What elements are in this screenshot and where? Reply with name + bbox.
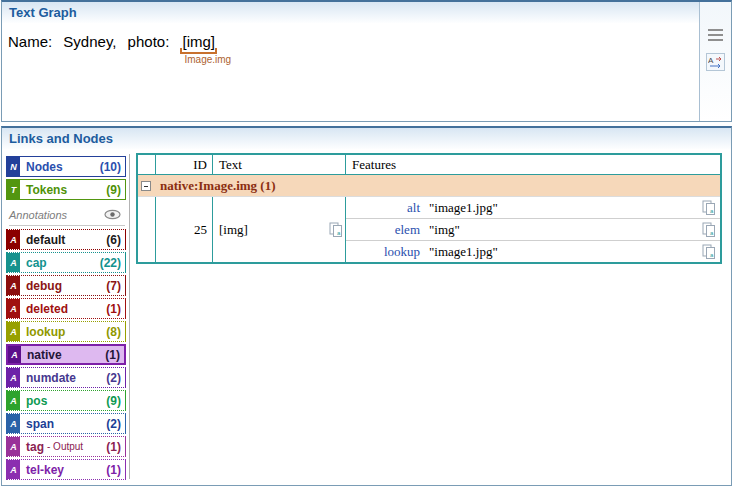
annotation-type-icon: T — [7, 180, 20, 199]
annotation-type-icon: A — [8, 346, 21, 363]
annotation-set-label: native — [27, 348, 62, 362]
annotation-set-item-cap[interactable]: A cap (22) — [6, 252, 126, 273]
annotation-set-item-pos[interactable]: A pos (9) — [6, 390, 126, 411]
annotation-set-count: (2) — [106, 371, 121, 385]
annotated-token-wrap: [img]Image.img — [180, 33, 217, 54]
feature-name: lookup — [346, 244, 420, 260]
features-column-header: Features — [346, 155, 720, 174]
text-column-header: Text — [213, 155, 346, 174]
feature-row: elem "img" a — [346, 219, 720, 241]
annotation-set-count: (2) — [106, 417, 121, 431]
annotation-set-count: (8) — [106, 325, 121, 339]
annotation-set-count: (1) — [106, 463, 121, 477]
collapse-icon[interactable] — [141, 181, 151, 191]
svg-text:A: A — [708, 56, 714, 65]
annotation-set-count: (22) — [100, 256, 121, 270]
annotation-set-count: (1) — [105, 348, 120, 362]
annotations-table: ID Text Features native:Image.img (1) 25… — [136, 153, 722, 264]
table-header-row: ID Text Features — [138, 155, 720, 175]
annotation-set-label: pos — [26, 394, 47, 408]
annotation-set-label: Nodes — [26, 160, 63, 174]
annotations-section-header: Annotations — [9, 206, 125, 226]
annotation-set-item-deleted[interactable]: A deleted (1) — [6, 298, 126, 319]
annotation-set-count: (6) — [106, 233, 121, 247]
annotation-set-list: A default (6) A cap (22) A debug (7) A d… — [6, 229, 126, 482]
annotation-type-icon: N — [7, 157, 20, 176]
annotation-set-item-span[interactable]: A span (2) — [6, 413, 126, 434]
annotation-set-item-numdate[interactable]: A numdate (2) — [6, 367, 126, 388]
annotation-set-item-Nodes[interactable]: N Nodes (10) — [6, 156, 126, 177]
annotation-type-icon: A — [7, 437, 20, 456]
sentence-prefix: Name: Sydney, photo: — [8, 33, 180, 50]
link-set-list: N Nodes (10) T Tokens (9) — [6, 156, 126, 202]
annotation-set-count: (10) — [100, 160, 121, 174]
annotation-set-label: numdate — [26, 371, 76, 385]
expand-column-header — [138, 155, 156, 174]
annotation-set-label: cap — [26, 256, 47, 270]
copy-feature-icon[interactable]: a — [702, 222, 716, 238]
row-expand-cell — [138, 197, 156, 262]
visibility-eye-icon[interactable] — [104, 209, 121, 220]
annotation-set-count: (9) — [106, 183, 121, 197]
feature-value: "image1.jpg" — [429, 244, 498, 260]
annotate-next-icon: A — [708, 55, 723, 69]
annotation-set-label: debug — [26, 279, 62, 293]
annotation-type-icon: A — [7, 368, 20, 387]
annotation-row[interactable]: 25 [img] a alt "image1.jpg" a — [138, 197, 720, 262]
feature-list: alt "image1.jpg" a elem "img" a lookup "… — [346, 197, 720, 262]
annotation-type-icon: A — [7, 299, 20, 318]
annotation-set-label: tel-key — [26, 463, 64, 477]
annotation-set-item-debug[interactable]: A debug (7) — [6, 275, 126, 296]
annotation-type-icon: A — [7, 322, 20, 341]
annotation-type-icon: A — [7, 460, 20, 479]
annotation-set-item-Tokens[interactable]: T Tokens (9) — [6, 179, 126, 200]
annotation-set-count: (7) — [106, 279, 121, 293]
features-cell: alt "image1.jpg" a elem "img" a lookup "… — [346, 197, 720, 262]
annotation-text-cell: [img] a — [213, 197, 346, 262]
copy-text-icon[interactable]: a — [329, 222, 343, 238]
annotation-set-item-tag[interactable]: A tag - Output (1) — [6, 436, 126, 457]
menu-icon[interactable] — [708, 29, 723, 41]
links-panel-title: Links and Nodes — [2, 128, 731, 149]
annotation-set-label: lookup — [26, 325, 65, 339]
annotation-type-label: Image.img — [184, 54, 231, 65]
document-text: Name: Sydney, photo: [img]Image.img — [8, 33, 217, 54]
links-and-nodes-panel: Links and Nodes N Nodes (10) T Tokens (9… — [1, 126, 732, 486]
annotation-type-icon: A — [7, 391, 20, 410]
feature-value: "image1.jpg" — [429, 200, 498, 216]
feature-name: elem — [346, 222, 420, 238]
annotation-set-item-tel-key[interactable]: A tel-key (1) — [6, 459, 126, 480]
annotation-sets-sidebar: N Nodes (10) T Tokens (9) Annotations A … — [6, 156, 126, 482]
feature-row: lookup "image1.jpg" a — [346, 241, 720, 262]
annotation-type-icon: A — [7, 414, 20, 433]
annotation-type-icon: A — [7, 230, 20, 249]
copy-feature-icon[interactable]: a — [702, 244, 716, 260]
copy-feature-icon[interactable]: a — [702, 200, 716, 216]
annotation-type-icon: A — [7, 253, 20, 272]
annotation-set-item-lookup[interactable]: A lookup (8) — [6, 321, 126, 342]
id-column-header: ID — [156, 155, 213, 174]
annotation-set-item-default[interactable]: A default (6) — [6, 229, 126, 250]
annotation-set-count: (1) — [106, 302, 121, 316]
annotations-label: Annotations — [9, 209, 67, 221]
annotation-type-icon: A — [7, 276, 20, 295]
annotation-id-cell: 25 — [156, 197, 213, 262]
annotation-text-value: [img] — [219, 222, 248, 238]
sidebar-separator — [129, 154, 130, 479]
annotation-set-label: tag — [26, 440, 44, 454]
feature-name: alt — [346, 200, 420, 216]
annotation-set-count: (1) — [106, 440, 121, 454]
annotation-set-label: deleted — [26, 302, 68, 316]
annotation-set-label: span — [26, 417, 54, 431]
annotation-set-item-native[interactable]: A native (1) — [6, 344, 126, 365]
annotation-set-label: Tokens — [26, 183, 67, 197]
text-graph-panel-title: Text Graph — [2, 2, 731, 23]
annotated-token[interactable]: [img] — [180, 33, 217, 54]
text-graph-panel: Text Graph Name: Sydney, photo: [img]Ima… — [1, 0, 732, 122]
feature-row: alt "image1.jpg" a — [346, 197, 720, 219]
annotation-group-label: native:Image.img (1) — [160, 178, 276, 194]
annotation-group-row[interactable]: native:Image.img (1) — [138, 175, 720, 197]
feature-value: "img" — [429, 222, 460, 238]
annotation-set-suffix: - Output — [47, 441, 83, 452]
annotation-arrow-button[interactable]: A — [706, 53, 725, 71]
